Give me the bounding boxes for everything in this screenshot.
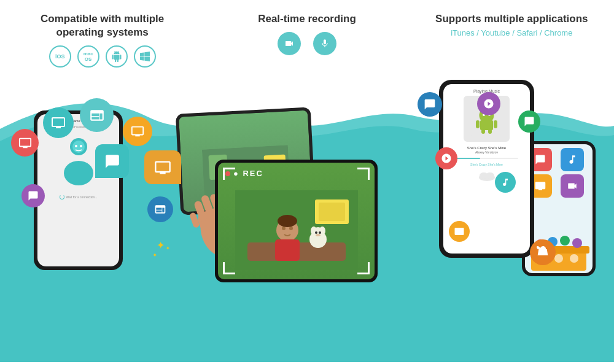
svg-rect-43 (480, 120, 493, 130)
wait-label: Wait for a connection... (60, 195, 98, 199)
svg-point-58 (554, 254, 563, 263)
svg-point-36 (316, 234, 321, 236)
right-bubble-green (518, 110, 540, 133)
svg-point-50 (486, 172, 494, 179)
video-record-icon (278, 32, 301, 55)
svg-rect-23 (319, 203, 345, 221)
sparkle-3: ✦ (166, 246, 170, 251)
rec-screen: ● REC (218, 163, 375, 279)
header-col-apps: Supports multiple applications iTunes / … (410, 12, 614, 37)
bubble-red (11, 129, 39, 157)
ios-icon: iOS (49, 45, 71, 68)
svg-rect-45 (494, 120, 497, 128)
bubble-teal-chat (95, 144, 129, 178)
header: Compatible with multiple operating syste… (0, 0, 614, 80)
right-bubble-yellow (449, 221, 470, 242)
macos-icon: macOS (77, 45, 99, 68)
bubble-green-1 (80, 98, 114, 132)
svg-point-1 (64, 161, 93, 185)
svg-point-35 (319, 231, 321, 234)
rec-indicator: ● REC (225, 169, 263, 178)
svg-point-59 (570, 254, 578, 263)
os-icons-row: iOS macOS (12, 45, 192, 68)
rec-tablet: ● REC (215, 160, 378, 282)
left-phone-screen: Device Name: AirScreen Wi-Fi connect Wai… (37, 114, 119, 266)
right-bubble-teal-2 (495, 172, 516, 193)
music-decorations (478, 170, 496, 181)
os-title: Compatible with multiple operating syste… (12, 12, 192, 39)
corner-tr (357, 168, 370, 180)
right-bubble-teal-1 (418, 92, 442, 117)
app-icon-2 (561, 148, 584, 171)
svg-point-28 (289, 227, 293, 230)
progress-bar (455, 158, 518, 159)
header-col-recording: Real-time recording (204, 12, 409, 55)
right-bubble-red (435, 147, 457, 169)
song-repeat: She's Crazy She's Mine (470, 163, 503, 166)
right-bubble-purple (477, 92, 500, 115)
left-phone: Device Name: AirScreen Wi-Fi connect Wai… (34, 110, 123, 270)
mic-icon (313, 32, 336, 55)
main-illustration: Device Name: AirScreen Wi-Fi connect Wai… (0, 61, 614, 364)
svg-rect-46 (481, 129, 485, 134)
sparkle-2: ✦ (152, 252, 157, 258)
svg-point-29 (278, 215, 297, 227)
android-icon (106, 45, 128, 68)
song-title: She's Crazy She's Mine (467, 145, 506, 150)
svg-point-55 (560, 236, 570, 246)
svg-rect-44 (476, 120, 480, 128)
svg-point-3 (75, 145, 77, 147)
windows-icon (134, 45, 156, 68)
app-icon-4 (561, 174, 584, 198)
svg-point-4 (80, 145, 82, 147)
bubble-orange (123, 117, 152, 146)
svg-rect-26 (275, 239, 300, 261)
apps-title: Supports multiple applications (422, 12, 602, 26)
bubble-teal-1 (43, 107, 74, 138)
recording-title: Real-time recording (217, 12, 397, 26)
corner-bl (223, 262, 235, 274)
app-grid (525, 144, 593, 201)
artist-name: Alexey Vorobyov (475, 150, 498, 154)
sparkle-1: ✦ (157, 239, 165, 251)
bubble-blue (147, 196, 173, 222)
recording-area: ● REC (172, 110, 381, 319)
svg-point-56 (572, 238, 582, 248)
right-bubble-box (530, 239, 556, 265)
bubble-purple (21, 184, 45, 207)
bubble-orange-chat (144, 150, 181, 184)
header-col-os: Compatible with multiple operating syste… (0, 12, 204, 68)
svg-rect-47 (488, 129, 492, 134)
apps-subtitle: iTunes / Youtube / Safari / Chrome (422, 28, 602, 37)
corner-br (357, 262, 370, 274)
record-icons-row (217, 32, 397, 55)
main-video-bg (218, 163, 375, 279)
svg-point-27 (282, 227, 286, 230)
svg-point-34 (315, 231, 317, 234)
